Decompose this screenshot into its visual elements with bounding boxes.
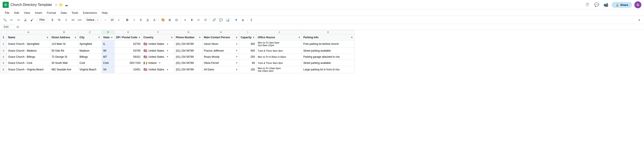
cell-city[interactable]: City▼ bbox=[78, 34, 102, 40]
cell-contact[interactable]: Francis Jefferson▼ bbox=[202, 48, 239, 54]
cell-capacity[interactable]: 500 bbox=[239, 48, 256, 54]
cell-name[interactable]: Grace Church - Cork bbox=[7, 60, 50, 66]
cell-address[interactable]: 123 Main St bbox=[50, 40, 78, 48]
cell-zip[interactable]: 23451 bbox=[114, 66, 142, 73]
meet-icon[interactable]: 📹 bbox=[602, 1, 610, 8]
cell-country[interactable]: 🇺🇸United States▼ bbox=[142, 40, 174, 48]
cell-capacity[interactable]: 250 bbox=[239, 54, 256, 60]
font-size-increase[interactable]: + bbox=[116, 17, 122, 23]
cell-address[interactable]: 35 South Mall bbox=[50, 60, 78, 66]
fill-color-button[interactable]: 🎨 bbox=[160, 17, 166, 23]
cell-hours[interactable]: Tues & Thurs 9am-3pm bbox=[256, 48, 302, 54]
cell-country[interactable]: 🇺🇸United States▼ bbox=[142, 54, 174, 60]
col-header-i[interactable]: I bbox=[239, 30, 256, 34]
search-button[interactable]: 🔍 bbox=[2, 17, 8, 23]
col-header-c[interactable]: C bbox=[78, 30, 102, 34]
cell-name[interactable]: Grace Church - Virginia Beach bbox=[7, 66, 50, 73]
cell-hours[interactable]: Mon to Fri 8:30am-4:30pm bbox=[256, 54, 302, 60]
cell-address[interactable]: Street Address▼ bbox=[50, 34, 78, 40]
cell-capacity[interactable]: 80 bbox=[239, 60, 256, 66]
menu-tools[interactable]: Tools bbox=[69, 10, 80, 15]
col-header-b[interactable]: B bbox=[50, 30, 78, 34]
cell-phone[interactable]: (01) 234 56789 bbox=[174, 48, 202, 54]
star-icon[interactable]: ☆ bbox=[54, 3, 58, 7]
dec-more-button[interactable]: .00 bbox=[70, 17, 76, 23]
underline-button[interactable]: A bbox=[144, 17, 151, 23]
filter-button[interactable]: ▼ bbox=[233, 17, 239, 23]
formula-input[interactable] bbox=[21, 26, 642, 27]
link-button[interactable]: 🔗 bbox=[211, 17, 217, 23]
print-button[interactable]: 🖨 bbox=[22, 17, 28, 23]
strikethrough-button[interactable]: S bbox=[138, 17, 144, 23]
font-family-selector[interactable]: Defaul... ▾ bbox=[85, 17, 100, 23]
cell-capacity[interactable]: 300 bbox=[239, 40, 256, 48]
row-number[interactable]: 5 bbox=[0, 60, 7, 66]
cell-zip[interactable]: 59101 bbox=[114, 54, 142, 60]
cell-phone[interactable]: (01) 234 56789 bbox=[174, 66, 202, 73]
valign-button[interactable]: ⬍ bbox=[189, 17, 195, 23]
cell-hours[interactable]: Mon to Fri 10am-6pm Sat 10am-2pm bbox=[256, 66, 302, 73]
row-number[interactable]: 2 bbox=[0, 40, 7, 48]
cell-state[interactable]: IL bbox=[102, 40, 114, 48]
zoom-control[interactable]: 75% ▾ bbox=[38, 17, 47, 23]
cell-state[interactable]: VA bbox=[102, 66, 114, 73]
cell-country[interactable]: 🇺🇸United States▼ bbox=[142, 48, 174, 54]
cell-capacity[interactable]: 150 bbox=[239, 66, 256, 73]
cell-zip[interactable]: 53705 bbox=[114, 48, 142, 54]
cell-parking[interactable]: Large parking lot in front of chu bbox=[302, 66, 354, 73]
cell-state[interactable]: WI bbox=[102, 48, 114, 54]
wrap-button[interactable]: ↵ bbox=[196, 17, 202, 23]
menu-help[interactable]: Help bbox=[100, 10, 110, 15]
filter-view-button[interactable]: ≣ bbox=[240, 17, 246, 23]
cell-parking[interactable]: Parking Info▼ bbox=[302, 34, 354, 40]
cell-address[interactable]: 982 Seaside Ave bbox=[50, 66, 78, 73]
cell-parking[interactable]: Parking garage attached to chu bbox=[302, 54, 354, 60]
sheet-area[interactable]: A B C D E F G H I J K 1Name▼Street Addre… bbox=[0, 30, 644, 145]
col-header-g[interactable]: G bbox=[174, 30, 202, 34]
align-button[interactable]: ≡ bbox=[182, 17, 188, 23]
number-format-button[interactable]: 123 bbox=[76, 17, 82, 23]
cell-hours[interactable]: Mon to Fri 9am-5pm Sun 8am-12pm bbox=[256, 40, 302, 48]
cell-zip[interactable]: D03 YI20 bbox=[114, 60, 142, 66]
percent-button[interactable]: % bbox=[56, 17, 62, 23]
menu-insert[interactable]: Insert bbox=[33, 10, 44, 15]
row-number[interactable]: 4 bbox=[0, 54, 7, 60]
col-header-h[interactable]: H bbox=[202, 30, 239, 34]
menu-view[interactable]: View bbox=[22, 10, 32, 15]
cell-contact[interactable]: Roary Moody▼ bbox=[202, 54, 239, 60]
cell-hours[interactable]: Tues & Thurs 9am-3pm bbox=[256, 60, 302, 66]
cell-city[interactable]: Cork bbox=[78, 60, 102, 66]
share-button[interactable]: 🔒 Share bbox=[612, 2, 632, 8]
cell-city[interactable]: Madison bbox=[78, 48, 102, 54]
col-header-f[interactable]: F bbox=[142, 30, 174, 34]
cell-phone[interactable]: (01) 234 56789 bbox=[174, 60, 202, 66]
paint-format-button[interactable]: 🖌 bbox=[29, 17, 35, 23]
cell-contact[interactable]: Ali Davis▼ bbox=[202, 66, 239, 73]
text-color-button[interactable]: A bbox=[151, 17, 158, 23]
cell-parking[interactable]: Street parking available bbox=[302, 48, 354, 54]
cell-hours[interactable]: Office Hourse▼ bbox=[256, 34, 302, 40]
rotate-button[interactable]: ↺ bbox=[202, 17, 208, 23]
menu-file[interactable]: File bbox=[3, 10, 12, 15]
menu-data[interactable]: Data bbox=[58, 10, 69, 15]
cell-capacity[interactable]: Capacity▼ bbox=[239, 34, 256, 40]
cell-country[interactable]: Country▼ bbox=[142, 34, 174, 40]
cell-state[interactable]: Cork bbox=[102, 60, 114, 66]
col-header-d[interactable]: D bbox=[102, 30, 114, 34]
cell-name[interactable]: Grace Church - Madison bbox=[7, 48, 50, 54]
undo-button[interactable]: ↩ bbox=[8, 17, 15, 23]
cell-parking[interactable]: Free parking lot behind church bbox=[302, 40, 354, 48]
row-number[interactable]: 6 bbox=[0, 66, 7, 73]
font-size-decrease[interactable]: − bbox=[102, 17, 108, 23]
col-header-a[interactable]: A bbox=[7, 30, 50, 34]
chart-button[interactable]: 📊 bbox=[224, 17, 231, 23]
folder-icon[interactable]: 📁 bbox=[59, 3, 63, 7]
cell-name[interactable]: Name▼ bbox=[7, 34, 50, 40]
history-icon[interactable]: ⏱ bbox=[584, 1, 591, 8]
cell-country[interactable]: 🇺🇸United States▼ bbox=[142, 66, 174, 73]
merge-button[interactable]: ⊟ bbox=[174, 17, 180, 23]
cell-phone[interactable]: (01) 234 56789 bbox=[174, 54, 202, 60]
cell-name[interactable]: Grace Church - Springfield bbox=[7, 40, 50, 48]
comment-icon[interactable]: 💬 bbox=[593, 1, 600, 8]
cell-reference[interactable]: D10 bbox=[2, 25, 15, 29]
